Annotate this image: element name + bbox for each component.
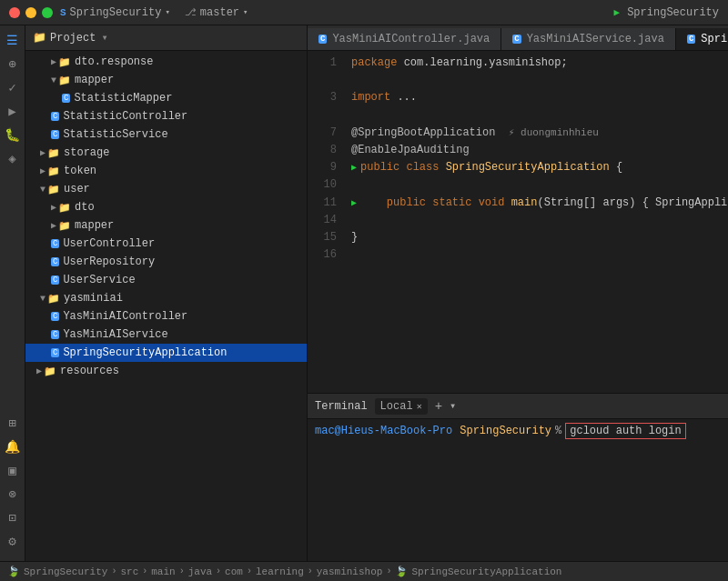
tab-yasminiai-controller[interactable]: C YasMiniAIController.java <box>308 28 501 50</box>
sidebar-icon-profile[interactable]: ◈ <box>2 147 24 169</box>
folder-icon: 📁 <box>47 293 60 305</box>
class-tab-icon: C <box>318 35 327 44</box>
tree-item-resources[interactable]: ▶ 📁 resources <box>25 362 307 380</box>
tree-item-dto-response[interactable]: ▶ 📁 dto.response <box>25 53 307 71</box>
code-line-3: import ... <box>351 89 721 106</box>
status-src[interactable]: src <box>120 566 138 577</box>
sidebar-icon-run[interactable]: ▶ <box>2 100 24 122</box>
status-java[interactable]: java <box>188 566 212 577</box>
tree-item-mapper[interactable]: ▼ 📁 mapper <box>25 71 307 89</box>
arrow-icon: ▶ <box>40 165 46 176</box>
status-project[interactable]: SpringSecurity <box>24 566 107 577</box>
titlebar-center: S SpringSecurity ▾ ⎇ master ▾ <box>60 6 607 19</box>
branch-selector[interactable]: ⎇ master ▾ <box>185 6 248 19</box>
sidebar-icon-vcs[interactable]: ✓ <box>2 76 24 98</box>
line-numbers: 1 3 7 8 9 10 11 14 15 16 <box>308 51 344 393</box>
arrow-icon: ▶ <box>51 56 56 67</box>
project-selector[interactable]: S SpringSecurity ▾ <box>60 6 170 19</box>
tab-yasminiai-service[interactable]: C YasMiniAIService.java <box>501 28 676 50</box>
tree-item-statistic-mapper[interactable]: C StatisticMapper <box>25 89 307 107</box>
minimize-button[interactable] <box>25 7 36 18</box>
line-num: 8 <box>308 142 337 159</box>
status-com[interactable]: com <box>225 566 243 577</box>
sidebar-icon-project[interactable]: ☰ <box>2 29 24 51</box>
code-line-16 <box>351 246 721 264</box>
arrow-icon: ▶ <box>40 147 46 158</box>
tree-item-user-mapper[interactable]: ▶ 📁 mapper <box>25 216 307 235</box>
class-tab-icon: C <box>512 35 521 44</box>
code-editor[interactable]: package com.learning.yasminishop; import… <box>344 51 728 393</box>
arrow-icon: ▼ <box>40 294 46 304</box>
tree-item-spring-security-app[interactable]: C SpringSecurityApplication <box>25 344 307 362</box>
status-main[interactable]: main <box>151 566 175 577</box>
sidebar-icon-plugins[interactable]: ⊞ <box>2 412 24 434</box>
project-label: Project <box>50 32 96 45</box>
terminal-percent: % <box>555 425 561 437</box>
project-header-chevron-icon: ▾ <box>101 31 107 45</box>
tree-item-token[interactable]: ▶ 📁 token <box>25 162 307 180</box>
arrow-icon: ▶ <box>36 366 42 376</box>
tree-item-statistic-service[interactable]: C StatisticService <box>25 125 307 144</box>
project-panel: 📁 Project ▾ ▶ 📁 dto.response ▼ 📁 mapper … <box>25 25 308 561</box>
arrow-icon: ▶ <box>51 220 56 231</box>
tab-spring-security-app-label: SpringSecurityApplication <box>701 33 728 45</box>
tree-item-yasminiai-controller[interactable]: C YasMiniAIController <box>25 307 307 326</box>
terminal-add-button[interactable]: + <box>435 399 442 414</box>
maximize-button[interactable] <box>42 7 53 18</box>
line-num <box>308 107 337 125</box>
editor-tabs: C YasMiniAIController.java C YasMiniAISe… <box>308 25 728 51</box>
sidebar-icon-debug[interactable]: 🐛 <box>2 124 24 145</box>
status-spring-security-application[interactable]: SpringSecurityApplication <box>411 566 561 577</box>
sidebar-icon-structure[interactable]: ⊡ <box>2 506 24 528</box>
tree-item-storage[interactable]: ▶ 📁 storage <box>25 144 307 162</box>
close-button[interactable] <box>9 7 20 18</box>
terminal-tabs: Terminal Local ✕ + ▾ <box>308 394 728 419</box>
terminal-prompt-project: SpringSecurity <box>460 425 551 437</box>
line-num: 1 <box>308 55 337 72</box>
sidebar-icon-db[interactable]: ⊗ <box>2 483 24 505</box>
class-icon: C <box>51 330 59 339</box>
tree-item-user[interactable]: ▼ 📁 user <box>25 180 307 198</box>
class-icon: C <box>51 312 59 321</box>
titlebar: S SpringSecurity ▾ ⎇ master ▾ ▶ SpringSe… <box>0 0 728 25</box>
status-learning[interactable]: learning <box>256 566 304 577</box>
folder-icon: 📁 <box>58 56 71 68</box>
terminal-close-icon[interactable]: ✕ <box>417 401 422 412</box>
tree-item-user-service[interactable]: C UserService <box>25 271 307 289</box>
terminal-chevron-icon[interactable]: ▾ <box>450 399 456 413</box>
line-num <box>308 72 337 89</box>
sidebar-icon-terminal[interactable]: ▣ <box>2 459 24 481</box>
tree-item-yasminiai[interactable]: ▼ 📁 yasminiai <box>25 289 307 307</box>
terminal-command-wrapper: gcloud auth login <box>565 425 685 437</box>
status-yasminishop[interactable]: yasminishop <box>317 566 383 577</box>
project-tree: ▶ 📁 dto.response ▼ 📁 mapper C StatisticM… <box>25 51 307 561</box>
branch-chevron-icon: ▾ <box>243 7 248 17</box>
line-num: 14 <box>308 212 337 229</box>
sidebar-icon-settings[interactable]: ⚙ <box>2 530 24 552</box>
branch-name: master <box>200 6 239 19</box>
terminal-local-label: Local <box>380 400 413 413</box>
line-num: 15 <box>308 229 337 246</box>
status-sep-6: › <box>308 566 313 576</box>
class-icon: C <box>51 130 59 139</box>
folder-icon: 📁 <box>58 75 71 86</box>
tree-item-user-repository[interactable]: C UserRepository <box>25 253 307 271</box>
status-sep-7: › <box>386 566 391 576</box>
folder-icon: 📁 <box>47 184 60 195</box>
editor-content: 1 3 7 8 9 10 11 14 15 16 package com.lea… <box>308 51 728 393</box>
status-bar: 🍃 SpringSecurity › src › main › java › c… <box>0 561 728 581</box>
line-num: 7 <box>308 125 337 142</box>
tree-item-user-dto[interactable]: ▶ 📁 dto <box>25 198 307 216</box>
line-num: 11 <box>308 195 337 212</box>
sidebar-icon-find[interactable]: ⊕ <box>2 53 24 75</box>
tree-item-statistic-controller[interactable]: C StatisticController <box>25 107 307 125</box>
tree-item-yasminiai-service[interactable]: C YasMiniAIService <box>25 326 307 344</box>
sidebar-icon-notifications[interactable]: 🔔 <box>2 436 24 457</box>
tree-item-user-controller[interactable]: C UserController <box>25 235 307 253</box>
folder-icon: 📁 <box>58 202 71 214</box>
terminal-local-tab[interactable]: Local ✕ <box>375 398 428 415</box>
terminal-command[interactable]: gcloud auth login <box>565 423 685 439</box>
terminal-content: mac@Hieus-MacBook-Pro SpringSecurity % g… <box>308 419 728 561</box>
class-icon: C <box>51 257 59 266</box>
tab-spring-security-app[interactable]: C SpringSecurityApplication <box>676 28 728 50</box>
